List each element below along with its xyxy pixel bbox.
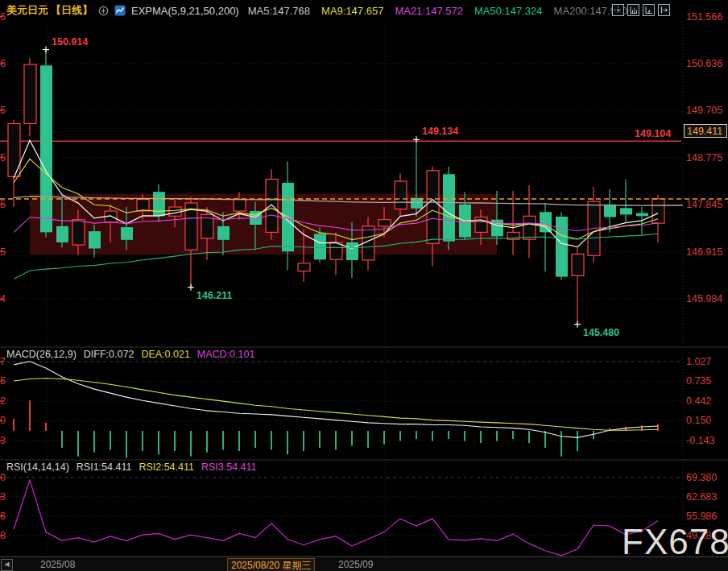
svg-text:145.480: 145.480 bbox=[583, 327, 619, 338]
price-axis-label-left: 145.984 bbox=[0, 293, 6, 304]
rsi2-value: RSI2:54.411 bbox=[139, 461, 194, 473]
price-axis-label-left: 62.683 bbox=[0, 491, 6, 503]
price-axis-label: -0.143 bbox=[686, 435, 714, 446]
rsi1-value: RSI1:54.411 bbox=[77, 461, 132, 473]
macd-dea-value: DEA:0.021 bbox=[141, 349, 189, 360]
price-axis-label: 150.636 bbox=[686, 58, 722, 69]
price-axis-label: 147.845 bbox=[686, 199, 722, 210]
date-label: 2025/08 bbox=[40, 559, 75, 570]
period-label[interactable]: 【日线】 bbox=[51, 3, 93, 18]
date-axis[interactable]: ◀ 2025/082025/08/20 星期三2025/09 bbox=[0, 557, 728, 571]
price-axis-label-left: 0.150 bbox=[0, 415, 6, 426]
watermark: FX678 bbox=[622, 522, 728, 562]
macd-diff-line bbox=[14, 362, 658, 438]
hline-price-label[interactable]: 149.104 bbox=[635, 128, 671, 139]
scroll-left-button[interactable]: ◀ bbox=[1, 559, 13, 571]
rsi-header: RSI(14,14,14) RSI1:54.411 RSI2:54.411 RS… bbox=[6, 461, 257, 473]
price-axis-label-left: 0.735 bbox=[0, 375, 6, 387]
price-axis-label: 55.986 bbox=[686, 511, 717, 522]
price-axis-label: 0.735 bbox=[686, 375, 711, 387]
svg-text:149.134: 149.134 bbox=[422, 126, 458, 137]
date-label-highlighted: 2025/08/20 星期三 bbox=[227, 558, 315, 571]
price-axis-label-left: 148.775 bbox=[0, 152, 6, 163]
macd-diff-value: DIFF:0.072 bbox=[84, 349, 134, 360]
macd-name: MACD(26,12,9) bbox=[6, 349, 77, 360]
price-annotation: 149.134 bbox=[413, 126, 458, 143]
add-indicator-icon[interactable] bbox=[98, 6, 109, 16]
ma-legend: MA5:147.768MA9:147.657MA21:147.572MA50:1… bbox=[248, 5, 628, 17]
ma-legend-item: MA50:147.324 bbox=[474, 5, 543, 17]
price-axis-label: 146.915 bbox=[686, 246, 722, 258]
crosshair-icon[interactable] bbox=[612, 4, 624, 16]
chart-toolbar bbox=[612, 4, 670, 16]
ma-legend-item: MA9:147.657 bbox=[321, 5, 383, 17]
price-axis-label: 0.442 bbox=[686, 395, 711, 407]
macd-macd-value: MACD:0.101 bbox=[197, 349, 255, 360]
trading-chart-app: 150.914149.134146.211145.480 美元日元 【日线】 E… bbox=[0, 0, 728, 571]
rsi-line bbox=[14, 480, 658, 556]
symbol-title[interactable]: 美元日元 bbox=[6, 3, 48, 18]
price-axis-label-left: 146.915 bbox=[0, 246, 6, 258]
date-label: 2025/09 bbox=[338, 559, 373, 570]
panel-export-icon[interactable] bbox=[658, 4, 670, 16]
price-axis-label: 62.683 bbox=[686, 491, 717, 503]
price-axis-label-left: 55.986 bbox=[0, 511, 6, 522]
svg-text:146.211: 146.211 bbox=[196, 290, 233, 301]
price-axis-label: 145.984 bbox=[686, 293, 722, 304]
price-axis-label: 0.150 bbox=[686, 415, 711, 426]
price-axis-label: 148.775 bbox=[686, 152, 722, 163]
price-axis-label-left: 49.288 bbox=[0, 530, 6, 541]
price-axis-label-left: -0.143 bbox=[0, 435, 6, 446]
chart-canvas[interactable]: 150.914149.134146.211145.480 bbox=[0, 0, 728, 571]
price-axis-label-left: 0.442 bbox=[0, 395, 6, 407]
rsi3-value: RSI3:54.411 bbox=[201, 461, 257, 473]
price-axis-label: 69.380 bbox=[686, 472, 717, 483]
price-axis-label-left: 149.705 bbox=[0, 105, 6, 116]
ma-legend-item: MA5:147.768 bbox=[248, 5, 310, 17]
ma-legend-item: MA21:147.572 bbox=[395, 5, 463, 17]
price-annotation: 150.914 bbox=[43, 36, 88, 53]
price-annotation: 145.480 bbox=[574, 321, 619, 338]
sub-indicator-icon[interactable] bbox=[643, 4, 655, 16]
price-axis-label-left: 147.845 bbox=[0, 199, 6, 210]
macd-header: MACD(26,12,9) DIFF:0.072 DEA:0.021 MACD:… bbox=[6, 349, 254, 360]
expma-label: EXPMA(5,9,21,50,200) bbox=[131, 5, 239, 17]
main-indicator-icon[interactable] bbox=[627, 4, 639, 16]
price-annotation: 146.211 bbox=[188, 284, 233, 301]
rsi-name: RSI(14,14,14) bbox=[6, 461, 69, 473]
macd-dea-line bbox=[14, 379, 658, 431]
price-axis-label-left: 150.636 bbox=[0, 58, 6, 69]
price-axis-label: 1.027 bbox=[686, 356, 711, 367]
svg-text:150.914: 150.914 bbox=[52, 36, 88, 48]
indicator-chart-icon[interactable] bbox=[114, 5, 126, 16]
price-tag-box[interactable]: 149.411 bbox=[684, 124, 727, 138]
candlestick-series bbox=[8, 50, 664, 325]
price-axis-label-left: 1.027 bbox=[0, 356, 6, 367]
price-axis-label: 149.705 bbox=[686, 105, 722, 116]
price-axis-label-left: 69.380 bbox=[0, 472, 6, 483]
